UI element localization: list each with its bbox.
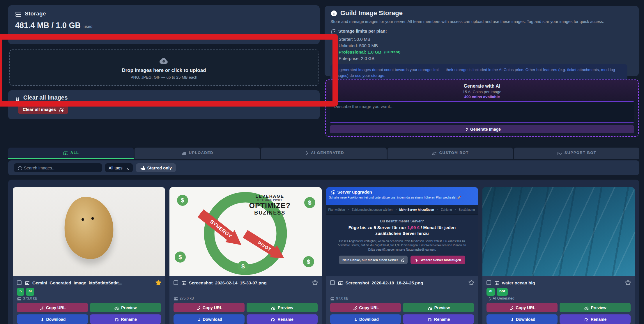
envelope-icon xyxy=(557,151,562,155)
gauge-icon xyxy=(330,29,335,33)
star-outline-icon xyxy=(312,279,318,285)
eye-icon xyxy=(427,305,432,310)
clear-all-section: Clear all images Clear all images xyxy=(8,90,320,119)
copy-url-button[interactable]: Copy URL xyxy=(174,303,245,312)
eye-icon xyxy=(271,305,275,310)
tag-badge[interactable]: ai xyxy=(26,288,34,296)
bullet-dot xyxy=(334,51,336,53)
drive-icon xyxy=(174,296,178,300)
generate-title: Generate with AI xyxy=(330,84,634,89)
download-button[interactable]: Download xyxy=(174,314,245,324)
tab-all[interactable]: ALL xyxy=(8,148,134,159)
cloud-icon xyxy=(181,151,186,155)
decline-offer-button[interactable]: Nein Danke, nur diesen einen Server xyxy=(339,256,408,264)
clear-all-title: Clear all images xyxy=(23,94,68,101)
image-thumbnail-business-cartoon[interactable]: LEVERAGE OPTIMIZE PIVOT OPTIMIZE? BUZINE… xyxy=(169,187,322,276)
plan-list: Starter: 50.0 MB Unlimited: 500.0 MB Pro… xyxy=(330,36,633,61)
download-icon xyxy=(352,317,357,321)
wand-icon xyxy=(303,151,308,155)
current-plan-suffix: (Current) xyxy=(384,50,401,54)
clear-all-button[interactable]: Clear all images xyxy=(18,105,68,114)
upload-dropzone[interactable]: Drop images here or click to upload PNG,… xyxy=(9,49,319,86)
link-icon xyxy=(352,305,357,310)
starred-only-toggle[interactable]: Starred only xyxy=(136,163,176,172)
preview-button[interactable]: Preview xyxy=(560,303,631,312)
dropzone-subtitle: PNG, JPEG, GIF — up to 25 MB each xyxy=(131,75,197,79)
rename-button[interactable]: Rename xyxy=(247,314,318,324)
preview-button[interactable]: Preview xyxy=(247,303,318,312)
select-checkbox[interactable] xyxy=(330,280,335,285)
image-thumbnail-upgrade-screenshot[interactable]: Server upgraden Schalte neue Funktionen … xyxy=(326,187,478,276)
copy-url-button[interactable]: Copy URL xyxy=(330,303,401,312)
generate-cost-label: 15 AI Coins per image xyxy=(330,90,634,94)
star-button[interactable] xyxy=(312,279,318,286)
star-button[interactable] xyxy=(468,279,474,286)
rename-button[interactable]: Rename xyxy=(560,314,631,324)
dollar-sign: $ xyxy=(238,261,249,272)
clear-all-button-label: Clear all images xyxy=(23,107,56,112)
panel-title: Guild Image Storage xyxy=(340,9,403,17)
filter-bar: All tags Starred only xyxy=(8,160,639,175)
download-icon xyxy=(39,317,43,321)
search-icon xyxy=(17,165,22,170)
tags-dropdown[interactable]: All tags xyxy=(105,163,133,172)
ai-storage-note: AI-generated images do not count towards… xyxy=(330,64,627,82)
download-button[interactable]: Download xyxy=(17,314,88,324)
download-icon xyxy=(196,317,200,321)
upgrade-banner: Server upgraden Schalte neue Funktionen … xyxy=(326,187,478,205)
rename-button[interactable]: Rename xyxy=(403,314,474,324)
file-name: water ocean big xyxy=(502,280,535,285)
preview-button[interactable]: Preview xyxy=(403,303,474,312)
star-button[interactable] xyxy=(624,279,631,286)
pencil-icon xyxy=(270,317,275,321)
generate-image-button[interactable]: Generate Image xyxy=(330,125,634,133)
cart-icon xyxy=(415,258,418,262)
storage-progress-fill xyxy=(15,34,155,38)
image-file-icon xyxy=(494,280,499,285)
storage-used-value: 481.4 MB / 1.0 GB xyxy=(15,21,81,30)
select-checkbox[interactable] xyxy=(17,280,22,285)
preview-button[interactable]: Preview xyxy=(90,303,161,312)
image-grid: Gemini_Generated_Image_kto5ntkto5ntkt...… xyxy=(8,180,639,324)
tag-badge[interactable]: ai xyxy=(486,288,495,296)
download-button[interactable]: Download xyxy=(486,314,558,324)
select-checkbox[interactable] xyxy=(174,280,178,285)
copy-url-button[interactable]: Copy URL xyxy=(486,303,558,312)
dollar-sign: $ xyxy=(304,197,315,208)
image-thumbnail-ocean[interactable] xyxy=(482,187,635,276)
image-icon xyxy=(63,151,68,155)
ai-prompt-input[interactable] xyxy=(330,101,634,123)
select-checkbox[interactable] xyxy=(486,280,491,285)
info-icon xyxy=(330,10,337,16)
accept-offer-button[interactable]: Weitere Server hinzufügen xyxy=(411,256,465,264)
rename-button[interactable]: Rename xyxy=(90,314,161,324)
search-input[interactable] xyxy=(14,163,102,172)
tab-ai-generated[interactable]: AI GENERATED xyxy=(261,148,386,159)
limits-heading: Storage limits per plan: xyxy=(338,29,387,33)
image-thumbnail-potato[interactable] xyxy=(13,187,165,276)
library-tabs: ALL UPLOADED AI GENERATED CUSTOM BOT SUP… xyxy=(8,148,639,159)
tab-uploaded[interactable]: UPLOADED xyxy=(135,148,260,159)
tag-badge[interactable]: bot xyxy=(497,288,508,296)
tab-support-bot[interactable]: SUPPORT BOT xyxy=(514,148,639,159)
copy-url-button[interactable]: Copy URL xyxy=(17,303,88,312)
eye-icon xyxy=(584,305,588,310)
file-size: 97.0 kB xyxy=(336,296,348,300)
image-file-icon xyxy=(24,280,29,285)
star-button[interactable] xyxy=(155,279,161,286)
file-name: Gemini_Generated_Image_kto5ntkto5ntkt... xyxy=(32,280,122,285)
tab-custom-bot[interactable]: CUSTOM BOT xyxy=(388,148,513,159)
storage-used-label: used xyxy=(84,24,92,29)
download-button[interactable]: Download xyxy=(330,314,401,324)
star-filled-icon xyxy=(155,279,161,285)
guild-image-storage-panel: Guild Image Storage Store and manage ima… xyxy=(325,6,639,76)
star-icon xyxy=(140,166,145,170)
plan-item-unlimited: Unlimited: 500.0 MB xyxy=(330,42,633,49)
tag-badge[interactable]: 5 xyxy=(17,288,24,296)
image-card: Server upgraden Schalte neue Funktionen … xyxy=(326,187,478,324)
starred-only-label: Starred only xyxy=(147,166,172,170)
wand-icon xyxy=(463,127,468,131)
arrow-circle-icon xyxy=(59,107,63,112)
upgrade-offer: Füge bis zu 5 Server für nur 1,99 € / Mo… xyxy=(341,225,463,237)
wand-icon xyxy=(486,296,491,300)
